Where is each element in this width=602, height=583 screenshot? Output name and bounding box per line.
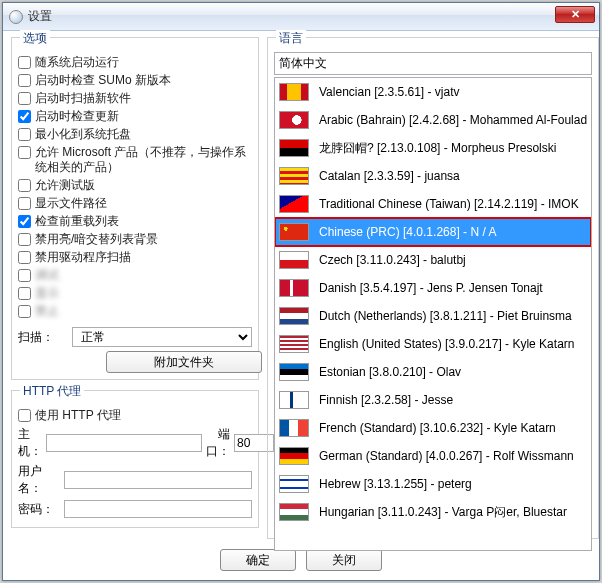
option-row: 显示 (18, 286, 252, 301)
option-checkbox-scan_new[interactable] (18, 92, 31, 105)
language-item[interactable]: Arabic (Bahrain) [2.4.2.68] - Mohammed A… (275, 106, 591, 134)
language-item-label: German (Standard) [4.0.0.267] - Rolf Wis… (319, 449, 574, 463)
language-item-label: Traditional Chinese (Taiwan) [2.14.2.119… (319, 197, 579, 211)
option-row: 启动时扫描新软件 (18, 91, 252, 106)
option-checkbox-tray[interactable] (18, 128, 31, 141)
option-label: 禁止 (35, 304, 59, 319)
flag-icon (279, 83, 309, 101)
option-checkbox-msprod[interactable] (18, 146, 31, 159)
flag-icon (279, 307, 309, 325)
option-row: 允许 Microsoft 产品（不推荐，与操作系统相关的产品） (18, 145, 252, 175)
language-item[interactable]: Czech [3.11.0.243] - balutbj (275, 246, 591, 274)
host-label: 主机： (18, 426, 42, 460)
option-label: 允许测试版 (35, 178, 95, 193)
option-checkbox-x2[interactable] (18, 287, 31, 300)
flag-icon (279, 167, 309, 185)
language-item[interactable]: German (Standard) [4.0.0.267] - Rolf Wis… (275, 442, 591, 470)
flag-icon (279, 279, 309, 297)
flag-icon (279, 363, 309, 381)
option-label: 禁用驱动程序扫描 (35, 250, 131, 265)
language-item[interactable]: Hebrew [3.13.1.255] - peterg (275, 470, 591, 498)
language-item[interactable]: French (Standard) [3.10.6.232] - Kyle Ka… (275, 414, 591, 442)
language-item-label: Finnish [2.3.2.58] - Jesse (319, 393, 453, 407)
pass-input[interactable] (64, 500, 252, 518)
option-checkbox-check_update[interactable] (18, 110, 31, 123)
scan-label: 扫描： (18, 329, 68, 346)
language-item-label: Dutch (Netherlands) [3.8.1.211] - Piet B… (319, 309, 572, 323)
language-item[interactable]: Valencian [2.3.5.61] - vjatv (275, 78, 591, 106)
language-item[interactable]: Estonian [3.8.0.210] - Olav (275, 358, 591, 386)
use-proxy-label: 使用 HTTP 代理 (35, 408, 121, 423)
close-icon[interactable]: ✕ (555, 6, 595, 23)
language-item-label: Danish [3.5.4.197] - Jens P. Jensen Tona… (319, 281, 543, 295)
option-row: 禁用驱动程序扫描 (18, 250, 252, 265)
language-item[interactable]: 龙脖囧帽? [2.13.0.108] - Morpheus Presolski (275, 134, 591, 162)
option-row: 显示文件路径 (18, 196, 252, 211)
option-label: 允许 Microsoft 产品（不推荐，与操作系统相关的产品） (35, 145, 252, 175)
language-item-label: Czech [3.11.0.243] - balutbj (319, 253, 466, 267)
language-item[interactable]: English (United States) [3.9.0.217] - Ky… (275, 330, 591, 358)
option-label: 启动时检查 SUMo 新版本 (35, 73, 171, 88)
window-title: 设置 (28, 8, 52, 25)
port-label: 端口： (206, 426, 230, 460)
flag-icon (279, 503, 309, 521)
option-label: 禁用亮/暗交替列表背景 (35, 232, 158, 247)
settings-window: 设置 ✕ 选项 随系统启动运行启动时检查 SUMo 新版本启动时扫描新软件启动时… (2, 2, 600, 581)
pass-label: 密码： (18, 501, 60, 518)
options-group-label: 选项 (20, 30, 50, 47)
language-item-label: 龙脖囧帽? [2.13.0.108] - Morpheus Presolski (319, 140, 556, 157)
option-checkbox-sumo[interactable] (18, 74, 31, 87)
option-row: 允许测试版 (18, 178, 252, 193)
user-input[interactable] (64, 471, 252, 489)
flag-icon (279, 335, 309, 353)
language-group: 语言 简体中文 Valencian [2.3.5.61] - vjatvArab… (267, 37, 599, 539)
language-group-label: 语言 (276, 30, 306, 47)
user-label: 用户名： (18, 463, 60, 497)
app-icon (9, 10, 23, 24)
scan-select[interactable]: 正常 (72, 327, 252, 347)
options-group: 选项 随系统启动运行启动时检查 SUMo 新版本启动时扫描新软件启动时检查更新最… (11, 37, 259, 380)
flag-icon (279, 223, 309, 241)
option-checkbox-disable_bg[interactable] (18, 233, 31, 246)
option-checkbox-checklist[interactable] (18, 215, 31, 228)
language-item[interactable]: Traditional Chinese (Taiwan) [2.14.2.119… (275, 190, 591, 218)
host-input[interactable] (46, 434, 202, 452)
language-item-label: Catalan [2.3.3.59] - juansa (319, 169, 460, 183)
flag-icon (279, 447, 309, 465)
option-checkbox-x3[interactable] (18, 305, 31, 318)
option-checkbox-disable_drv[interactable] (18, 251, 31, 264)
option-label: 显示 (35, 286, 59, 301)
option-checkbox-showpath[interactable] (18, 197, 31, 210)
language-item-label: Valencian [2.3.5.61] - vjatv (319, 85, 460, 99)
language-item-label: Arabic (Bahrain) [2.4.2.68] - Mohammed A… (319, 113, 587, 127)
language-item-label: Hungarian [3.11.0.243] - Varga P闷er, Blu… (319, 504, 567, 521)
option-checkbox-startup[interactable] (18, 56, 31, 69)
option-label: 启动时扫描新软件 (35, 91, 131, 106)
language-item[interactable]: Finnish [2.3.2.58] - Jesse (275, 386, 591, 414)
language-header: 简体中文 (274, 52, 592, 75)
option-row: 调试 (18, 268, 252, 283)
language-item[interactable]: Danish [3.5.4.197] - Jens P. Jensen Tona… (275, 274, 591, 302)
option-checkbox-x1[interactable] (18, 269, 31, 282)
option-row: 禁止 (18, 304, 252, 319)
language-item[interactable]: Dutch (Netherlands) [3.8.1.211] - Piet B… (275, 302, 591, 330)
flag-icon (279, 391, 309, 409)
flag-icon (279, 195, 309, 213)
option-row: 启动时检查更新 (18, 109, 252, 124)
option-label: 显示文件路径 (35, 196, 107, 211)
attach-folder-button[interactable]: 附加文件夹 (106, 351, 262, 373)
titlebar[interactable]: 设置 ✕ (3, 3, 599, 31)
flag-icon (279, 139, 309, 157)
ok-button[interactable]: 确定 (220, 549, 296, 571)
close-button[interactable]: 关闭 (306, 549, 382, 571)
flag-icon (279, 111, 309, 129)
language-item[interactable]: Hungarian [3.11.0.243] - Varga P闷er, Blu… (275, 498, 591, 526)
use-proxy-checkbox[interactable] (18, 409, 31, 422)
language-item[interactable]: Chinese (PRC) [4.0.1.268] - N / A (275, 218, 591, 246)
option-row: 禁用亮/暗交替列表背景 (18, 232, 252, 247)
language-item[interactable]: Catalan [2.3.3.59] - juansa (275, 162, 591, 190)
option-row: 启动时检查 SUMo 新版本 (18, 73, 252, 88)
option-checkbox-beta[interactable] (18, 179, 31, 192)
language-list[interactable]: Valencian [2.3.5.61] - vjatvArabic (Bahr… (274, 77, 592, 551)
language-item-label: Hebrew [3.13.1.255] - peterg (319, 477, 472, 491)
